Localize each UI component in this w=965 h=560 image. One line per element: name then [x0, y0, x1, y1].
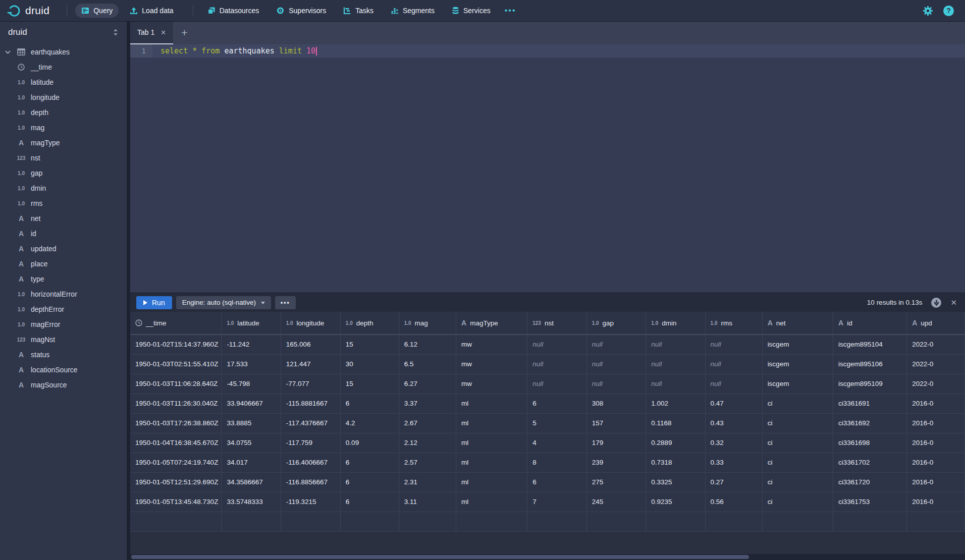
- result-cell[interactable]: ci3361720: [833, 472, 907, 492]
- sort-toggle-button[interactable]: [113, 29, 119, 36]
- column-header-mag[interactable]: 1.0mag: [399, 312, 456, 334]
- schema-column-depth[interactable]: 1.0depth: [0, 105, 127, 120]
- druid-logo[interactable]: druid: [7, 4, 49, 18]
- result-cell[interactable]: null: [586, 374, 646, 394]
- result-cell[interactable]: null: [527, 334, 586, 354]
- nav-item-tasks[interactable]: Tasks: [337, 4, 380, 18]
- result-cell[interactable]: null: [705, 334, 762, 354]
- result-cell[interactable]: 165.006: [281, 334, 340, 354]
- column-header-id[interactable]: Aid: [833, 312, 907, 334]
- schema-column-locationSource[interactable]: AlocationSource: [0, 362, 127, 377]
- result-cell[interactable]: ci3361692: [833, 413, 907, 433]
- close-results-button[interactable]: ✕: [950, 298, 957, 307]
- result-cell[interactable]: iscgem: [762, 334, 833, 354]
- nav-item-supervisors[interactable]: Supervisors: [270, 4, 332, 18]
- result-cell[interactable]: 6: [340, 492, 399, 512]
- nav-item-datasources[interactable]: Datasources: [201, 4, 265, 18]
- horizontal-scrollbar[interactable]: [130, 554, 965, 560]
- schema-column-longitude[interactable]: 1.0longitude: [0, 90, 127, 105]
- tab-close-icon[interactable]: ✕: [160, 29, 166, 36]
- result-cell[interactable]: 2016-0: [907, 413, 965, 433]
- datasource-item-earthquakes[interactable]: earthquakes: [0, 44, 127, 60]
- result-cell[interactable]: 3.37: [399, 394, 456, 413]
- result-cell[interactable]: 2.12: [399, 433, 456, 453]
- help-button[interactable]: ?: [943, 6, 954, 16]
- result-cell[interactable]: 2016-0: [907, 433, 965, 453]
- schema-column-gap[interactable]: 1.0gap: [0, 165, 127, 181]
- nav-more-button[interactable]: •••: [502, 3, 519, 18]
- schema-column-magType[interactable]: AmagType: [0, 135, 127, 150]
- result-cell[interactable]: iscgem: [762, 374, 833, 394]
- result-cell[interactable]: 2.31: [399, 472, 456, 492]
- column-header-latitude[interactable]: 1.0latitude: [222, 312, 281, 334]
- result-cell[interactable]: -115.8881667: [281, 394, 340, 413]
- result-cell[interactable]: 179: [586, 433, 646, 453]
- result-cell[interactable]: 1950-01-03T11:06:28.640Z: [130, 374, 222, 394]
- schema-column-rms[interactable]: 1.0rms: [0, 196, 127, 211]
- result-cell[interactable]: mw: [456, 374, 527, 394]
- result-cell[interactable]: null: [705, 374, 762, 394]
- result-cell[interactable]: 2016-0: [907, 394, 965, 413]
- run-button[interactable]: Run: [136, 296, 172, 309]
- result-cell[interactable]: 2016-0: [907, 453, 965, 472]
- column-header-rms[interactable]: 1.0rms: [705, 312, 762, 334]
- result-cell[interactable]: 30: [340, 354, 399, 374]
- result-cell[interactable]: 15: [340, 374, 399, 394]
- result-cell[interactable]: 33.9406667: [222, 394, 281, 413]
- result-cell[interactable]: 2016-0: [907, 492, 965, 512]
- result-cell[interactable]: -117.4376667: [281, 413, 340, 433]
- result-cell[interactable]: ci: [762, 394, 833, 413]
- result-cell[interactable]: null: [527, 354, 586, 374]
- result-cell[interactable]: 157: [586, 413, 646, 433]
- result-cell[interactable]: 17.533: [222, 354, 281, 374]
- download-results-button[interactable]: [931, 298, 941, 308]
- result-cell[interactable]: ci: [762, 492, 833, 512]
- result-cell[interactable]: 245: [586, 492, 646, 512]
- column-header-dmin[interactable]: 1.0dmin: [646, 312, 705, 334]
- result-cell[interactable]: ci3361691: [833, 394, 907, 413]
- result-cell[interactable]: 7: [527, 492, 586, 512]
- schema-column-magError[interactable]: 1.0magError: [0, 317, 127, 332]
- query-more-button[interactable]: •••: [275, 296, 296, 309]
- result-cell[interactable]: -77.077: [281, 374, 340, 394]
- new-tab-button[interactable]: +: [173, 21, 195, 44]
- schema-column-updated[interactable]: Aupdated: [0, 241, 127, 256]
- result-cell[interactable]: iscgem895106: [833, 354, 907, 374]
- result-cell[interactable]: 308: [586, 394, 646, 413]
- result-cell[interactable]: ml: [456, 433, 527, 453]
- result-cell[interactable]: -119.3215: [281, 492, 340, 512]
- column-header-upd[interactable]: Aupd: [907, 312, 965, 334]
- result-cell[interactable]: 1950-01-04T16:38:45.670Z: [130, 433, 222, 453]
- result-cell[interactable]: null: [586, 354, 646, 374]
- chevron-down-icon[interactable]: [0, 50, 15, 54]
- result-cell[interactable]: ci: [762, 433, 833, 453]
- result-cell[interactable]: 2.57: [399, 453, 456, 472]
- result-cell[interactable]: 4: [527, 433, 586, 453]
- result-cell[interactable]: ml: [456, 472, 527, 492]
- result-cell[interactable]: 0.56: [705, 492, 762, 512]
- nav-item-load-data[interactable]: Load data: [124, 4, 179, 18]
- result-cell[interactable]: ci3361753: [833, 492, 907, 512]
- result-cell[interactable]: 2022-0: [907, 334, 965, 354]
- schema-column-depthError[interactable]: 1.0depthError: [0, 302, 127, 317]
- nav-item-query[interactable]: Query: [75, 4, 119, 18]
- result-cell[interactable]: -116.4006667: [281, 453, 340, 472]
- result-cell[interactable]: -116.8856667: [281, 472, 340, 492]
- result-cell[interactable]: 0.9235: [646, 492, 705, 512]
- result-cell[interactable]: 2016-0: [907, 472, 965, 492]
- result-cell[interactable]: 8: [527, 453, 586, 472]
- result-cell[interactable]: ml: [456, 453, 527, 472]
- result-cell[interactable]: ml: [456, 394, 527, 413]
- result-cell[interactable]: 1950-01-05T12:51:29.690Z: [130, 472, 222, 492]
- scrollbar-thumb[interactable]: [131, 555, 749, 559]
- schema-column-magNst[interactable]: 123magNst: [0, 332, 127, 347]
- result-cell[interactable]: 1950-01-05T07:24:19.740Z: [130, 453, 222, 472]
- result-cell[interactable]: 0.33: [705, 453, 762, 472]
- tab-tab1[interactable]: Tab 1 ✕: [130, 21, 173, 44]
- column-header-net[interactable]: Anet: [762, 312, 833, 334]
- result-cell[interactable]: null: [527, 374, 586, 394]
- schema-column-magSource[interactable]: AmagSource: [0, 377, 127, 393]
- result-cell[interactable]: ml: [456, 413, 527, 433]
- nav-item-services[interactable]: Services: [446, 4, 497, 18]
- result-cell[interactable]: -11.242: [222, 334, 281, 354]
